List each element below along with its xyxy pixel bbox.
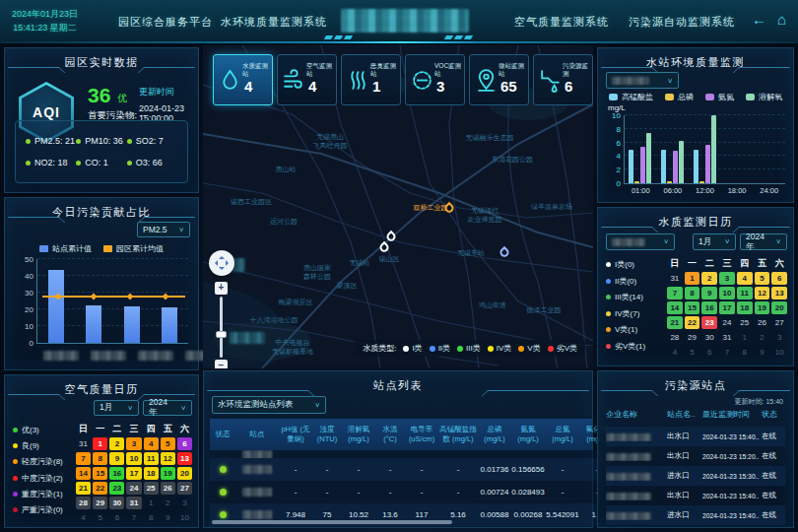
calendar-day[interactable]: 14 [667,301,683,314]
calendar-day[interactable]: 19 [755,301,770,314]
air-month-select[interactable]: 1月∨ [94,400,139,416]
calendar-day[interactable]: 17 [719,301,735,314]
calendar-day[interactable]: 7 [76,452,91,465]
calendar-day[interactable]: 18 [737,301,753,314]
zoom-thumb[interactable] [216,331,227,338]
calendar-day[interactable]: 31 [667,272,683,285]
calendar-day[interactable]: 25 [144,482,159,495]
calendar-day[interactable]: 25 [737,316,753,329]
water-station-select[interactable]: ∨ [606,72,679,89]
calendar-day[interactable]: 9 [109,452,124,465]
station-type-button-voc[interactable]: VOC监测站3 [405,54,465,105]
calendar-day[interactable]: 7 [667,287,683,299]
calendar-day[interactable]: 23 [701,316,717,329]
calendar-day[interactable]: 20 [177,467,192,480]
calendar-day[interactable]: 29 [685,331,700,344]
calendar-day[interactable]: 15 [685,301,700,314]
calendar-day[interactable]: 21 [76,482,91,495]
calendar-day[interactable]: 8 [93,452,107,465]
water-quality-bar[interactable] [667,181,672,183]
water-quality-bar[interactable] [634,181,639,183]
water-year-select[interactable]: 2024年∨ [740,233,787,250]
calendar-day[interactable]: 11 [737,287,753,299]
station-type-button-air[interactable]: 空气监测站4 [277,54,337,105]
water-quality-bar[interactable] [629,150,633,184]
calendar-day[interactable]: 2 [701,272,717,285]
contribution-bar[interactable] [48,270,64,343]
calendar-day[interactable]: 23 [109,482,124,495]
calendar-day[interactable]: 22 [685,316,700,329]
map-zoom-slider[interactable]: + − [215,282,228,368]
calendar-day[interactable]: 28 [667,331,683,344]
calendar-day[interactable]: 10 [126,452,141,465]
water-quality-bar[interactable] [646,133,651,183]
water-cal-station-select[interactable]: ∨ [606,233,675,250]
water-quality-bar[interactable] [699,181,704,183]
water-quality-bar[interactable] [694,150,698,183]
calendar-day[interactable]: 26 [755,316,770,329]
water-quality-bar[interactable] [679,141,684,183]
table-row[interactable]: ------0.007240.028493-- [210,481,598,503]
calendar-day[interactable]: 1 [685,272,700,285]
station-type-button-water-drop[interactable]: 水质监测站4 [213,54,273,105]
contribution-bar[interactable] [86,305,101,343]
home-icon[interactable]: ⌂ [777,12,786,27]
calendar-day[interactable]: 6 [177,437,192,450]
pollution-station-row[interactable]: 出水口2024-01-23 15:40..在线 [606,486,785,505]
calendar-day[interactable]: 17 [126,467,141,480]
calendar-day[interactable]: 14 [76,467,91,480]
contribution-bar[interactable] [162,307,177,343]
calendar-day[interactable]: 31 [76,437,91,450]
water-month-select[interactable]: 1月∨ [693,233,736,250]
calendar-day[interactable]: 12 [755,287,770,299]
nav-park-platform[interactable]: 园区综合服务平台 [118,15,213,30]
pollution-station-row[interactable]: 进水口2024-01-23 15:30..在线 [606,466,785,486]
station-type-button-pollution-source[interactable]: 污染源监测6 [533,54,593,105]
calendar-day[interactable]: 28 [76,497,91,509]
calendar-day[interactable]: 18 [144,467,159,480]
calendar-day[interactable]: 5 [161,437,175,450]
station-list-select[interactable]: 水环境监测站点列表∨ [212,396,326,414]
air-year-select[interactable]: 2024年∨ [143,400,192,416]
pollutant-select[interactable]: PM2.5∨ [137,222,190,237]
calendar-day[interactable]: 16 [701,301,717,314]
nav-air-quality-system[interactable]: 空气质量监测系统 [514,15,609,30]
city-map[interactable]: 水质监测站4空气监测站4恶臭监测站1VOC监测站3微站监测站65污染源监测6 无… [203,45,593,368]
calendar-day[interactable]: 3 [126,437,141,450]
contribution-bar[interactable] [124,306,140,343]
zoom-out-button[interactable]: − [215,360,228,368]
zoom-in-button[interactable]: + [215,282,228,295]
calendar-day[interactable]: 5 [755,272,770,285]
water-quality-bar[interactable] [711,115,716,183]
calendar-day[interactable]: 29 [93,497,107,509]
calendar-day[interactable]: 27 [177,482,192,495]
calendar-day[interactable]: 11 [144,452,159,465]
back-icon[interactable]: ← [752,12,766,27]
water-quality-bar[interactable] [705,145,710,183]
calendar-day[interactable]: 10 [719,287,735,299]
calendar-day[interactable]: 13 [771,287,787,299]
calendar-day[interactable]: 24 [719,316,735,329]
calendar-day[interactable]: 26 [161,482,175,495]
calendar-day[interactable]: 4 [737,272,753,285]
calendar-day[interactable]: 21 [667,316,683,329]
calendar-day[interactable]: 15 [93,467,107,480]
water-quality-bar[interactable] [640,147,645,183]
calendar-day[interactable]: 4 [144,437,159,450]
calendar-day[interactable]: 24 [126,482,141,495]
table-row[interactable]: ------0.017360.156656-- [210,458,598,481]
station-type-button-odor[interactable]: 恶臭监测站1 [341,54,401,105]
calendar-day[interactable]: 3 [719,272,735,285]
table-row[interactable] [210,450,598,458]
calendar-day[interactable]: 16 [109,467,124,480]
nav-water-env-system[interactable]: 水环境质量监测系统 [221,15,327,30]
water-quality-bar[interactable] [673,151,678,183]
calendar-day[interactable]: 20 [771,301,787,314]
horizontal-scrollbar[interactable] [212,520,452,524]
station-type-button-micro-station[interactable]: 微站监测站65 [469,54,529,105]
calendar-day[interactable]: 31 [719,331,735,344]
pollution-station-row[interactable]: 出水口2024-01-23 15:20..在线 [606,446,785,466]
calendar-day[interactable]: 30 [109,497,124,509]
calendar-day[interactable]: 12 [161,452,175,465]
calendar-day[interactable]: 1 [93,437,107,450]
